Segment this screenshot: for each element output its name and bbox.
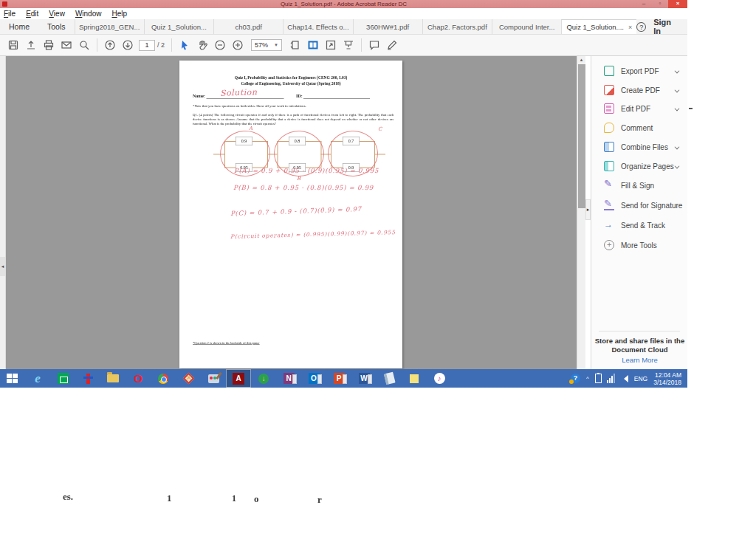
start-button[interactable] [0, 369, 25, 388]
menu-edit[interactable]: Edit [26, 10, 38, 18]
tab-home[interactable]: Home [0, 19, 38, 34]
email-icon[interactable] [58, 38, 75, 52]
tool-send-track[interactable]: Send & Track [591, 217, 688, 233]
document-cloud-promo: Store and share files in the Document Cl… [591, 337, 688, 354]
taskbar-app-red[interactable] [75, 369, 100, 388]
taskbar-internet-explorer[interactable]: e [25, 369, 50, 388]
zoom-in-icon[interactable] [229, 38, 247, 52]
tab-document-7[interactable]: Compound Inter... [492, 19, 561, 34]
taskbar-idm[interactable]: ↓ [251, 369, 276, 388]
taskbar-onenote[interactable]: N [276, 369, 301, 388]
comment-bubble-icon[interactable] [365, 38, 383, 52]
question-1-text: Q1. (4 points) The following circuit ope… [193, 113, 394, 126]
clock[interactable]: 12:04 AM 3/14/2018 [653, 371, 681, 386]
taskbar-opera[interactable]: O [126, 369, 151, 388]
taskbar-app-x[interactable] [176, 369, 201, 388]
action-center-icon[interactable]: ? [571, 374, 580, 383]
volume-icon[interactable] [620, 375, 628, 382]
tool-comment[interactable]: Comment [591, 120, 688, 136]
tab-document-5[interactable]: 360HW#1.pdf [353, 19, 422, 34]
tools-panel-toggle[interactable]: ▸ [585, 199, 591, 220]
sign-in-button[interactable]: Sign In [653, 18, 680, 35]
tool-combine-files[interactable]: Combine Files [591, 139, 688, 155]
menu-view[interactable]: View [49, 10, 65, 18]
tab-document-6[interactable]: Chap2. Factors.pdf [422, 19, 492, 34]
battery-icon[interactable] [595, 374, 602, 383]
chevron-down-icon[interactable] [675, 145, 680, 150]
scroll-up-arrow[interactable]: ▲ [577, 56, 585, 64]
taskbar-notepad[interactable] [377, 369, 402, 388]
taskbar-sticky-notes[interactable] [402, 369, 427, 388]
show-hidden-icons[interactable]: ^ [586, 375, 589, 382]
select-tool-icon[interactable] [176, 38, 193, 52]
scrollbar-thumb[interactable] [578, 64, 585, 208]
learn-more-link[interactable]: Learn More [591, 356, 688, 364]
chevron-down-icon[interactable] [675, 164, 680, 169]
tab-document-8-active[interactable]: Quiz 1_Solution.... × [561, 19, 636, 34]
zoom-level-dropdown[interactable]: 57% ▼ [251, 39, 282, 51]
language-indicator[interactable]: ENG [634, 375, 647, 382]
page-number-input[interactable] [139, 40, 155, 51]
tool-more-tools[interactable]: More Tools [591, 237, 688, 253]
save-icon[interactable] [4, 38, 22, 52]
tab-close-icon[interactable]: × [628, 24, 632, 31]
vertical-scrollbar[interactable]: ▲ [577, 56, 585, 369]
tab-document-2[interactable]: Quiz 1_Solution... [144, 19, 213, 34]
menu-file[interactable]: File [4, 10, 16, 18]
tool-fill-sign[interactable]: Fill & Sign [591, 177, 688, 193]
tab-document-3[interactable]: ch03.pdf [213, 19, 283, 34]
chevron-down-icon[interactable] [675, 69, 680, 74]
two-page-view-icon[interactable] [304, 38, 322, 52]
tool-organize-pages[interactable]: Organize Pages [591, 158, 688, 174]
menu-help[interactable]: Help [111, 10, 127, 18]
sticky-notes-icon [410, 374, 419, 383]
presentation-podium-icon[interactable] [340, 38, 357, 52]
left-panel-toggle[interactable]: ◂ [0, 257, 5, 276]
text-fragment: o [254, 493, 259, 505]
word-icon: W [359, 373, 370, 384]
taskbar-outlook[interactable]: O [301, 369, 326, 388]
acrobat-icon: A [233, 373, 244, 385]
taskbar-chrome[interactable] [151, 369, 176, 388]
tool-export-pdf[interactable]: Export PDF [591, 63, 688, 79]
document-viewport[interactable]: Quiz I, Probability and Statistics for E… [6, 56, 577, 369]
pdf-page[interactable]: Quiz I, Probability and Statistics for E… [179, 61, 402, 368]
organize-pages-icon [604, 161, 614, 171]
menu-window[interactable]: Window [75, 10, 102, 18]
taskbar-powerpoint[interactable]: P [326, 369, 351, 388]
close-button[interactable]: × [668, 0, 687, 8]
taskbar-acrobat-active[interactable]: A [226, 369, 251, 388]
idm-icon: ↓ [258, 374, 269, 384]
chevron-down-icon[interactable] [675, 106, 680, 111]
network-signal-icon[interactable] [607, 374, 615, 383]
taskbar-word[interactable]: W [351, 369, 377, 388]
search-icon[interactable] [75, 38, 93, 52]
taskbar-itunes[interactable]: ♪ [427, 369, 452, 388]
chevron-down-icon[interactable] [675, 88, 680, 93]
full-screen-icon[interactable] [322, 38, 340, 52]
share-upload-icon[interactable] [22, 38, 40, 52]
windows-logo-icon [7, 374, 18, 383]
previous-page-icon[interactable] [101, 38, 119, 52]
taskbar-paint[interactable] [201, 369, 226, 388]
tab-tools[interactable]: Tools [38, 19, 75, 34]
tab-document-4[interactable]: Chap14. Effects o... [283, 19, 352, 34]
tool-edit-pdf[interactable]: Edit PDF [591, 100, 688, 117]
zoom-out-icon[interactable] [211, 38, 229, 52]
sign-pen-icon[interactable] [383, 38, 401, 52]
taskbar-file-explorer[interactable] [100, 369, 126, 388]
tool-create-pdf[interactable]: Create PDF [591, 82, 688, 98]
name-label: Name: [193, 93, 205, 98]
tab-document-1[interactable]: Spring2018_GEN... [75, 19, 144, 34]
store-icon [58, 373, 69, 384]
minimize-button[interactable]: – [636, 0, 652, 8]
tool-send-for-signature[interactable]: Send for Signature [591, 197, 688, 213]
maximize-button[interactable]: ▫ [652, 0, 668, 8]
print-icon[interactable] [40, 38, 58, 52]
taskbar-windows-store[interactable] [50, 369, 75, 388]
scrolling-mode-icon[interactable] [286, 38, 304, 52]
help-icon[interactable]: ? [636, 22, 646, 32]
doc-title-line2: College of Engineering, University of Qa… [179, 81, 402, 86]
hand-tool-icon[interactable] [193, 38, 211, 52]
next-page-icon[interactable] [119, 38, 137, 52]
